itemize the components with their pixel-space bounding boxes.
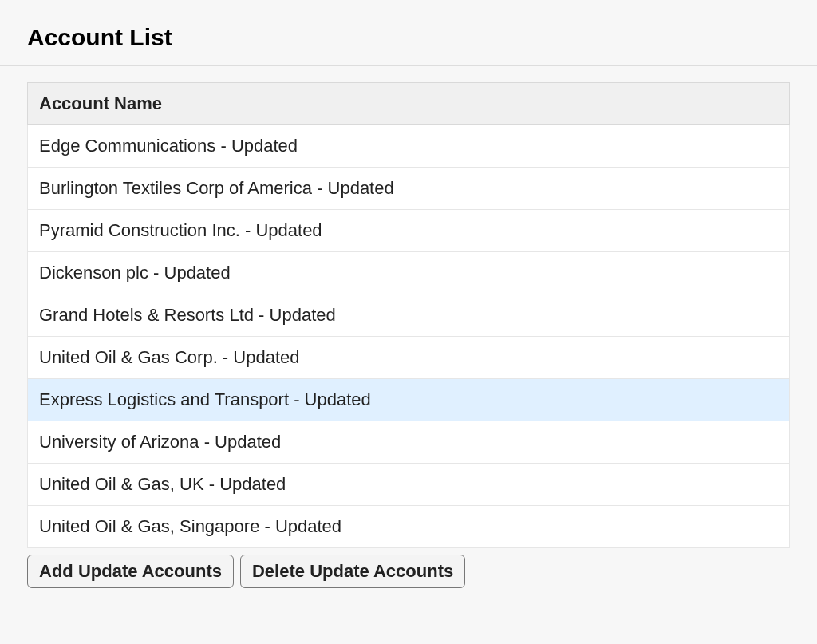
table-row[interactable]: Grand Hotels & Resorts Ltd - Updated [28, 294, 790, 337]
table-row[interactable]: United Oil & Gas Corp. - Updated [28, 337, 790, 379]
account-name-cell: United Oil & Gas, Singapore - Updated [28, 506, 790, 548]
table-row[interactable]: Dickenson plc - Updated [28, 252, 790, 294]
account-name-cell: Grand Hotels & Resorts Ltd - Updated [28, 294, 790, 337]
account-name-cell: Dickenson plc - Updated [28, 252, 790, 294]
account-name-cell: Edge Communications - Updated [28, 125, 790, 168]
table-row[interactable]: Edge Communications - Updated [28, 125, 790, 168]
column-header-account-name[interactable]: Account Name [28, 83, 790, 125]
table-row[interactable]: Express Logistics and Transport - Update… [28, 379, 790, 421]
button-row: Add Update Accounts Delete Update Accoun… [27, 555, 790, 588]
accounts-table: Account Name Edge Communications - Updat… [27, 82, 790, 548]
table-row[interactable]: United Oil & Gas, Singapore - Updated [28, 506, 790, 548]
add-update-accounts-button[interactable]: Add Update Accounts [27, 555, 234, 588]
table-row[interactable]: Pyramid Construction Inc. - Updated [28, 210, 790, 252]
account-name-cell: United Oil & Gas Corp. - Updated [28, 337, 790, 379]
table-row[interactable]: United Oil & Gas, UK - Updated [28, 464, 790, 506]
table-row[interactable]: Burlington Textiles Corp of America - Up… [28, 168, 790, 210]
account-name-cell: Burlington Textiles Corp of America - Up… [28, 168, 790, 210]
page-title: Account List [0, 0, 817, 65]
delete-update-accounts-button[interactable]: Delete Update Accounts [240, 555, 465, 588]
accounts-table-body: Edge Communications - UpdatedBurlington … [28, 125, 790, 548]
account-name-cell: Express Logistics and Transport - Update… [28, 379, 790, 421]
table-row[interactable]: University of Arizona - Updated [28, 421, 790, 464]
content-area: Account Name Edge Communications - Updat… [0, 66, 817, 588]
account-name-cell: University of Arizona - Updated [28, 421, 790, 464]
account-name-cell: Pyramid Construction Inc. - Updated [28, 210, 790, 252]
account-name-cell: United Oil & Gas, UK - Updated [28, 464, 790, 506]
